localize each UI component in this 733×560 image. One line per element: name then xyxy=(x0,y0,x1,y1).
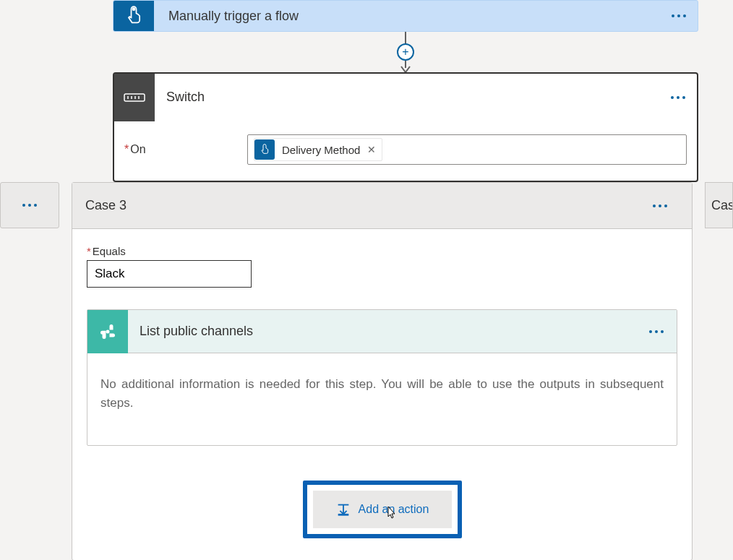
slack-action-title: List public channels xyxy=(140,324,253,339)
switch-body: *On Delivery Method ✕ xyxy=(114,121,697,181)
case-next-header[interactable]: Cas xyxy=(705,182,733,228)
delivery-method-token[interactable]: Delivery Method ✕ xyxy=(254,138,382,161)
case-next-title: Cas xyxy=(711,198,733,213)
slack-icon xyxy=(87,310,128,353)
add-action-highlight: Add an action xyxy=(303,481,462,538)
add-action-button[interactable]: Add an action xyxy=(313,491,452,528)
case3-menu[interactable] xyxy=(653,204,667,207)
case3-card: Case 3 *Equals List public channels xyxy=(72,182,693,560)
switch-header[interactable]: Switch xyxy=(114,74,697,121)
slack-action-description: No additional information is needed for … xyxy=(87,353,677,445)
slack-action-header[interactable]: List public channels xyxy=(87,310,677,353)
switch-card: Switch *On Delivery Method ✕ xyxy=(113,72,698,182)
svg-point-0 xyxy=(132,7,136,11)
slack-action-menu[interactable] xyxy=(649,330,664,333)
switch-menu[interactable] xyxy=(671,96,685,99)
add-action-icon xyxy=(335,501,351,517)
trigger-card[interactable]: Manually trigger a flow xyxy=(113,0,698,32)
token-remove[interactable]: ✕ xyxy=(367,144,376,155)
token-label: Delivery Method xyxy=(282,144,360,156)
equals-input[interactable] xyxy=(87,260,252,288)
cursor-icon xyxy=(384,505,398,525)
connector: + xyxy=(402,32,409,72)
switch-on-input[interactable]: Delivery Method ✕ xyxy=(247,134,687,165)
case3-body: *Equals List public channels No addition… xyxy=(72,229,692,560)
trigger-title: Manually trigger a flow xyxy=(168,9,299,24)
case3-header[interactable]: Case 3 xyxy=(72,183,692,229)
switch-icon xyxy=(114,74,155,121)
switch-title: Switch xyxy=(166,90,205,105)
switch-on-label: *On xyxy=(124,143,247,156)
slack-action-card: List public channels No additional infor… xyxy=(87,309,677,446)
equals-label: *Equals xyxy=(87,245,677,257)
trigger-menu[interactable] xyxy=(672,14,686,17)
case-prev-menu[interactable] xyxy=(0,182,59,228)
case3-title: Case 3 xyxy=(85,198,127,213)
svg-rect-3 xyxy=(124,94,145,101)
svg-point-8 xyxy=(106,329,110,333)
manual-trigger-icon xyxy=(113,1,154,31)
token-icon xyxy=(254,139,275,160)
add-step-button[interactable]: + xyxy=(397,43,414,61)
